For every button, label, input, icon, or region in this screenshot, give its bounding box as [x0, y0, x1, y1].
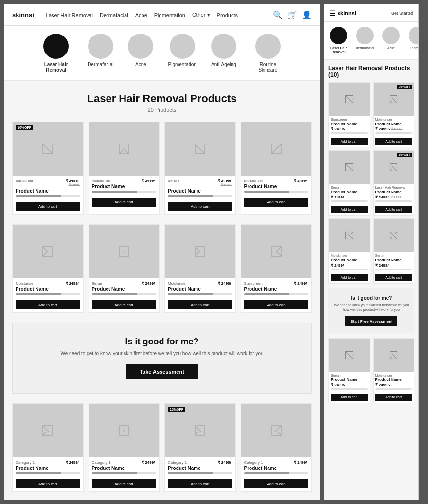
mobile-product-grid-2: Serum Product Name ₹ 2499/- Add to cart …: [324, 336, 418, 405]
mobile-product-name-1: Product Name: [331, 122, 368, 126]
mobile-rating-7: [331, 388, 368, 390]
add-to-cart-3[interactable]: Add to cart: [168, 202, 232, 211]
mobile-cat-circle-pigment: [409, 27, 418, 44]
cat-circle-acne: [128, 34, 153, 59]
product-category-8: Sunscreen: [244, 281, 263, 286]
product-category-12: Category 1: [244, 460, 263, 465]
product-name-10: Product Name: [92, 466, 157, 471]
mobile-product-card-8: Moisturiser Product Name ₹ 2499/- Add to…: [373, 338, 415, 403]
mobile-cat-acne[interactable]: Acne: [381, 27, 401, 54]
cart-icon[interactable]: 🛒: [287, 10, 297, 19]
product-price-9: ₹ 2499/-: [66, 460, 80, 465]
mobile-add-to-cart-3[interactable]: Add to cart: [331, 206, 368, 213]
mobile-add-to-cart-4[interactable]: Add to cart: [375, 206, 412, 213]
desktop-navbar: skinnsi Laser Hair Removal Dermafacial A…: [4, 4, 320, 26]
mobile-cat-dermafacial[interactable]: Dermafacial: [355, 27, 375, 54]
hamburger-icon[interactable]: ☰: [329, 9, 336, 17]
product-card-7: Moisturiser ₹ 2499/- Product Name Add to…: [164, 224, 236, 313]
add-to-cart-7[interactable]: Add to cart: [168, 300, 232, 309]
product-image-5: [13, 225, 83, 278]
mobile-product-name-6: Product Name: [375, 258, 412, 262]
product-price-1: ₹ 2499/- ₹ 1999-: [66, 179, 80, 187]
nav-link-pigmentation[interactable]: Pigmentation: [154, 12, 185, 18]
desktop-panel: skinnsi Laser Hair Removal Dermafacial A…: [4, 4, 320, 500]
cat-label-dermafacial: Dermafacial: [88, 62, 113, 67]
mobile-rating-1: [331, 132, 368, 134]
mobile-product-name-5: Product Name: [331, 258, 368, 262]
product-image-10: [89, 404, 160, 457]
mobile-cat-pigment[interactable]: Pigment.: [407, 27, 418, 54]
take-assessment-button[interactable]: Take Assessment: [126, 364, 198, 379]
cat-circle-laser: [43, 34, 69, 59]
desktop-categories: Laser Hair Removal Dermafacial Acne Pigm…: [4, 26, 320, 81]
product-price-10: ₹ 2499/-: [142, 460, 156, 465]
add-to-cart-2[interactable]: Add to cart: [92, 198, 157, 207]
mobile-rating-8: [375, 388, 412, 390]
mobile-product-category-2: Moisturiser: [375, 118, 412, 121]
product-card-11: 15%OFF Category 1 ₹ 2499/- Product Name …: [164, 403, 236, 492]
add-to-cart-11[interactable]: Add to cart: [168, 479, 232, 488]
nav-link-dermafacial[interactable]: Dermafacial: [100, 12, 128, 18]
mobile-product-price-6: ₹ 2499/-: [375, 263, 412, 268]
product-badge-11: 15%OFF: [168, 407, 185, 412]
product-grid-row3: Category 1 ₹ 2499/- Product Name Add to …: [4, 398, 320, 497]
product-price-11: ₹ 2499/-: [218, 460, 232, 465]
add-to-cart-1[interactable]: Add to cart: [16, 202, 80, 211]
cat-label-antiageing: Anti-Ageing: [211, 62, 236, 67]
mobile-add-to-cart-1[interactable]: Add to cart: [331, 138, 368, 145]
cat-antiageing[interactable]: Anti-Ageing: [211, 34, 236, 72]
desktop-assessment: Is it good for me? We need to get to kno…: [12, 323, 312, 394]
mobile-product-image-3: [329, 151, 370, 184]
add-to-cart-9[interactable]: Add to cart: [16, 479, 80, 488]
product-name-2: Product Name: [92, 184, 157, 189]
mobile-product-card-1: Sunscreen Product Name ₹ 2499/- Add to c…: [328, 82, 370, 147]
assessment-title: Is it good for me?: [22, 337, 302, 347]
nav-link-products[interactable]: Products: [217, 12, 238, 18]
cat-label-routine: Routine Skincare: [251, 62, 285, 72]
mobile-add-to-cart-5[interactable]: Add to cart: [331, 274, 368, 281]
product-price-7: ₹ 2499/-: [218, 281, 232, 286]
mobile-product-name-8: Product Name: [375, 378, 412, 382]
nav-link-other[interactable]: Other ▾: [192, 12, 210, 18]
add-to-cart-6[interactable]: Add to cart: [92, 300, 157, 309]
add-to-cart-5[interactable]: Add to cart: [16, 300, 80, 309]
mobile-product-category-8: Moisturiser: [375, 374, 412, 377]
mobile-product-category-5: Moisturiser: [331, 254, 368, 257]
product-category-4: Moisturiser: [244, 179, 263, 183]
cat-label-acne: Acne: [135, 62, 146, 67]
product-badge-1: 10%OFF: [16, 125, 33, 130]
mobile-add-to-cart-8[interactable]: Add to cart: [375, 394, 412, 401]
account-icon[interactable]: 👤: [302, 10, 312, 19]
search-icon[interactable]: 🔍: [273, 10, 283, 19]
mobile-cat-laser[interactable]: Laser Hair Removal: [328, 27, 349, 54]
product-name-3: Product Name: [168, 188, 232, 194]
cat-dermafacial[interactable]: Dermafacial: [88, 34, 113, 72]
product-category-1: Sunscreen: [16, 179, 34, 183]
add-to-cart-12[interactable]: Add to cart: [244, 479, 309, 488]
cat-pigmentation[interactable]: Pigmentation: [168, 34, 196, 72]
start-free-assessment-button[interactable]: Start Free Assessment: [345, 316, 397, 326]
add-to-cart-4[interactable]: Add to cart: [244, 198, 309, 207]
product-grid-row2: Moisturiser ₹ 2499/- Product Name Add to…: [4, 219, 320, 318]
add-to-cart-10[interactable]: Add to cart: [92, 479, 157, 488]
mobile-product-card-6: Serum Product Name ₹ 2499/- Add to cart: [373, 218, 415, 284]
nav-link-acne[interactable]: Acne: [135, 12, 147, 18]
mobile-cat-label-dermafacial: Dermafacial: [356, 46, 374, 50]
cat-laser[interactable]: Laser Hair Removal: [39, 34, 73, 72]
mobile-product-category-1: Sunscreen: [331, 118, 368, 121]
mobile-product-card-5: Moisturiser Product Name ₹ 2499/- Add to…: [328, 218, 370, 284]
add-to-cart-8[interactable]: Add to cart: [244, 300, 309, 309]
mobile-add-to-cart-2[interactable]: Add to cart: [375, 138, 412, 145]
cat-routine[interactable]: Routine Skincare: [251, 34, 285, 72]
product-category-10: Category 1: [92, 460, 111, 465]
product-card-1: 10%OFF Sunscreen ₹ 2499/- ₹ 1999- Produc…: [12, 122, 84, 215]
cat-acne[interactable]: Acne: [128, 34, 153, 72]
product-card-4: Moisturiser ₹ 2499/- Product Name Add to…: [241, 122, 312, 215]
mobile-add-to-cart-7[interactable]: Add to cart: [331, 394, 368, 401]
product-image-7: [165, 225, 235, 278]
get-started-button[interactable]: Get Started: [391, 11, 413, 16]
mobile-product-image-8: [374, 339, 414, 372]
product-category-7: Moisturiser: [168, 281, 187, 286]
mobile-add-to-cart-6[interactable]: Add to cart: [375, 274, 412, 281]
nav-link-laser[interactable]: Laser Hair Removal: [46, 12, 93, 18]
